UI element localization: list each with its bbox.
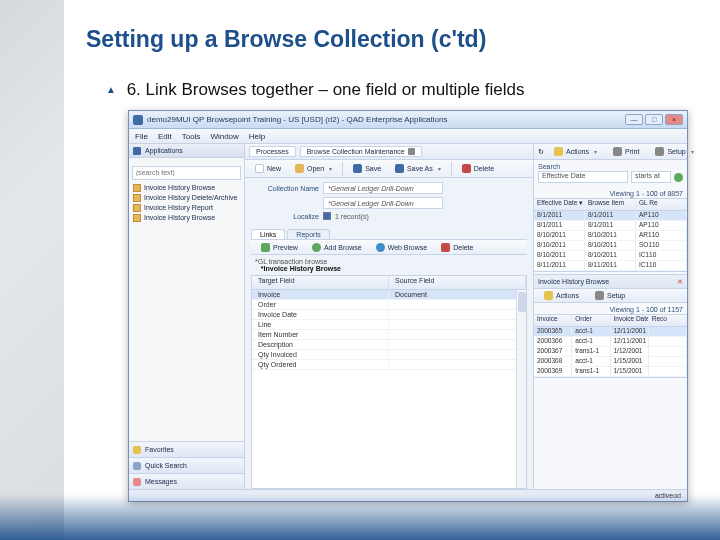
field-row[interactable]: Description [252, 340, 526, 350]
print-button[interactable]: Print [607, 145, 645, 158]
grid1-row[interactable]: 8/1/20118/1/2011AP110 [534, 211, 687, 221]
nav-tab-favorites[interactable]: Favorites [129, 441, 244, 457]
nav-search-input[interactable] [132, 166, 241, 180]
sub-setup-button[interactable]: Setup [589, 289, 631, 302]
field-row[interactable]: InvoiceDocument [252, 290, 526, 300]
close-tab-icon[interactable] [408, 148, 415, 155]
field-row[interactable]: Item Number [252, 330, 526, 340]
nav-header-label: Applications [145, 147, 183, 154]
vertical-scrollbar[interactable] [516, 290, 526, 488]
grid2-row[interactable]: 2000366acct-112/11/2001 [534, 337, 687, 347]
add-browse-button[interactable]: Add Browse [306, 241, 368, 254]
tab-browse-collection[interactable]: Browse Collection Maintenance [300, 146, 422, 157]
col-effdate[interactable]: Effective Date ▾ [534, 199, 585, 210]
actions-icon [554, 147, 563, 156]
menu-edit[interactable]: Edit [158, 132, 172, 141]
nav-tab-quicksearch[interactable]: Quick Search [129, 457, 244, 473]
field-row[interactable]: Invoice Date [252, 310, 526, 320]
filter-field[interactable]: Effective Date [538, 171, 628, 183]
document-tabs: Processes Browse Collection Maintenance [245, 144, 533, 160]
delete-icon [441, 243, 450, 252]
localize-checkbox[interactable] [323, 212, 331, 220]
name-label: Collection Name [251, 185, 319, 192]
collection-form: Collection Name *General Ledger Drill-Do… [245, 178, 533, 227]
col-browse[interactable]: Browse Item [585, 199, 636, 210]
tree-item[interactable]: Invoice History Browse [131, 183, 242, 193]
preview-toolbar: ↻ Actions ▾ Print Setup ▾ [534, 144, 687, 160]
gear-icon [595, 291, 604, 300]
field-mapping-grid[interactable]: Target Field Source Field InvoiceDocumen… [251, 275, 527, 489]
col-invdate[interactable]: Invoice Date [611, 315, 649, 326]
file-icon [133, 184, 141, 192]
saveas-button[interactable]: Save As ▾ [389, 162, 447, 175]
close-icon[interactable]: ✕ [677, 278, 683, 286]
col-glre[interactable]: GL Re [636, 199, 687, 210]
grid1-row[interactable]: 8/11/20118/11/2011IC110 [534, 261, 687, 271]
chevron-down-icon: ▾ [329, 165, 332, 172]
field-row[interactable]: Line [252, 320, 526, 330]
tree-item[interactable]: Invoice History Browse [131, 213, 242, 223]
search-label: Search [534, 160, 687, 171]
new-icon [255, 164, 264, 173]
menu-window[interactable]: Window [210, 132, 238, 141]
link-header: *GL transaction browse *Invoice History … [245, 255, 533, 273]
tab-reports[interactable]: Reports [287, 229, 330, 239]
filter-op[interactable]: starts at [631, 171, 671, 183]
preview-button[interactable]: Preview [255, 241, 304, 254]
maximize-button[interactable]: □ [645, 114, 663, 125]
save-icon [353, 164, 362, 173]
go-icon[interactable] [674, 173, 683, 182]
field-row[interactable]: Qty Ordered [252, 360, 526, 370]
gear-icon [655, 147, 664, 156]
file-icon [133, 204, 141, 212]
close-button[interactable]: × [665, 114, 683, 125]
col-reco[interactable]: Reco [649, 315, 687, 326]
tree-item[interactable]: Invoice History Delete/Archive [131, 193, 242, 203]
refresh-button[interactable]: ↻ [538, 148, 544, 156]
search-icon [133, 462, 141, 470]
new-button[interactable]: New [249, 162, 287, 175]
mail-icon [133, 478, 141, 486]
col-invoice[interactable]: Invoice [534, 315, 572, 326]
grid1-row[interactable]: 8/10/20118/10/2011AR110 [534, 231, 687, 241]
open-button[interactable]: Open ▾ [289, 162, 338, 175]
name-field[interactable]: *General Ledger Drill-Down [323, 182, 443, 194]
save-button[interactable]: Save [347, 162, 387, 175]
viewing-text-2: Viewing 1 - 100 of 1157 [534, 303, 687, 314]
minimize-button[interactable]: — [625, 114, 643, 125]
links-toolbar: Preview Add Browse Web Browse Delete [251, 239, 527, 255]
web-browse-button[interactable]: Web Browse [370, 241, 434, 254]
setup-button[interactable]: Setup ▾ [649, 145, 699, 158]
delete-button[interactable]: Delete [456, 162, 500, 175]
tab-processes[interactable]: Processes [249, 146, 296, 157]
preview-grid-1[interactable]: Effective Date ▾ Browse Item GL Re 8/1/2… [534, 198, 687, 272]
desc-field[interactable]: *General Ledger Drill-Down [323, 197, 443, 209]
app-icon [133, 115, 143, 125]
menu-help[interactable]: Help [249, 132, 265, 141]
col-source[interactable]: Source Field [389, 276, 526, 289]
actions-button[interactable]: Actions ▾ [548, 145, 603, 158]
grid2-row[interactable]: 2000367trans1-11/12/2001 [534, 347, 687, 357]
menu-file[interactable]: File [135, 132, 148, 141]
grid1-row[interactable]: 8/1/20118/1/2011AP110 [534, 221, 687, 231]
grid2-row[interactable]: 2000369trans1-11/15/2001 [534, 367, 687, 377]
menu-tools[interactable]: Tools [182, 132, 201, 141]
grid1-row[interactable]: 8/10/20118/10/2011IC110 [534, 251, 687, 261]
tab-links[interactable]: Links [251, 229, 285, 239]
grid2-row[interactable]: 2000368acct-11/15/2001 [534, 357, 687, 367]
tree-item[interactable]: Invoice History Report [131, 203, 242, 213]
star-icon [133, 446, 141, 454]
field-row[interactable]: Qty Invoiced [252, 350, 526, 360]
grid2-row[interactable]: 2000365acct-112/11/2001 [534, 327, 687, 337]
viewing-text-1: Viewing 1 - 100 of 8857 [534, 187, 687, 198]
link-delete-button[interactable]: Delete [435, 241, 479, 254]
field-row[interactable]: Order [252, 300, 526, 310]
preview-grid-2[interactable]: Invoice Order Invoice Date Reco 2000365a… [534, 314, 687, 378]
nav-tab-messages[interactable]: Messages [129, 473, 244, 489]
col-target[interactable]: Target Field [252, 276, 389, 289]
sub-actions-button[interactable]: Actions [538, 289, 585, 302]
col-order[interactable]: Order [572, 315, 610, 326]
nav-header[interactable]: Applications [129, 144, 244, 158]
grid1-row[interactable]: 8/10/20118/10/2011SO110 [534, 241, 687, 251]
nav-tree: Invoice History Browse Invoice History D… [129, 182, 244, 225]
